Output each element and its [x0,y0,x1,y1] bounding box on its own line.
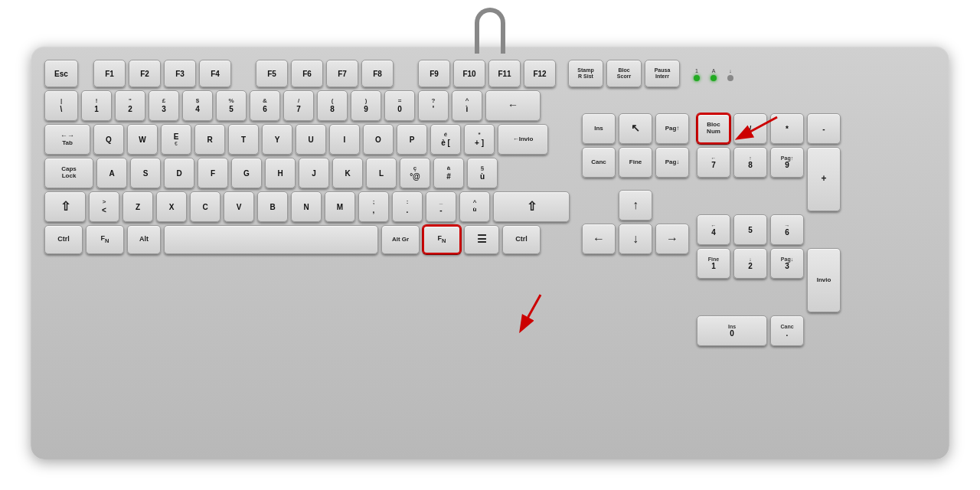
key-backspace[interactable]: ← [485,90,541,121]
key-insert[interactable]: Ins [582,113,616,144]
key-np-6[interactable]: →6 [770,214,804,245]
key-alt-left[interactable]: Alt [127,225,161,254]
key-fn-right[interactable]: FN [423,225,461,254]
key-end[interactable]: Fine [619,147,652,178]
key-caret[interactable]: ^ì [452,90,482,121]
key-fn-left[interactable]: FN [86,225,124,254]
key-q[interactable]: Q [93,124,124,155]
key-esc[interactable]: Esc [44,60,78,87]
key-np-0[interactable]: Ins0 [697,315,767,346]
key-period[interactable]: :. [392,191,423,222]
key-a[interactable]: A [96,158,127,188]
key-j[interactable]: J [299,158,329,188]
key-c[interactable]: C [190,191,220,222]
key-w[interactable]: W [127,124,158,155]
key-np-1[interactable]: Fine1 [697,248,730,279]
key-arrow-up[interactable]: ↑ [619,190,652,220]
key-arrow-left[interactable]: ← [582,224,616,254]
key-0[interactable]: =0 [384,90,415,121]
key-v[interactable]: V [224,191,254,222]
key-section[interactable]: §ù [467,158,498,188]
key-space[interactable] [164,225,378,254]
key-f8[interactable]: F8 [361,60,394,87]
key-g[interactable]: G [231,158,262,188]
key-1[interactable]: !1 [81,90,112,121]
key-np-3[interactable]: Pag↓3 [770,248,804,279]
key-comma[interactable]: ;, [358,191,389,222]
key-f3[interactable]: F3 [164,60,196,87]
key-y[interactable]: Y [262,124,292,155]
key-np-2[interactable]: ↓2 [733,248,767,279]
key-n[interactable]: N [291,191,322,222]
key-d[interactable]: D [164,158,194,188]
key-home[interactable]: ↖ [619,113,652,144]
key-3[interactable]: £3 [149,90,179,121]
key-arrow-right[interactable]: → [655,224,689,254]
key-f11[interactable]: F11 [488,60,521,87]
key-t[interactable]: T [228,124,259,155]
key-ctrl-right[interactable]: Ctrl [502,225,541,254]
key-np-enter[interactable]: Invio [807,248,841,312]
key-s[interactable]: S [130,158,161,188]
key-f7[interactable]: F7 [326,60,358,87]
key-f2[interactable]: F2 [129,60,161,87]
key-np-4[interactable]: ←4 [697,214,730,245]
key-4[interactable]: $4 [182,90,213,121]
key-f4[interactable]: F4 [199,60,231,87]
key-caps-lock[interactable]: CapsLock [44,158,93,188]
key-6[interactable]: &6 [250,90,280,121]
key-bracket-close[interactable]: *+ ] [464,124,495,155]
key-b[interactable]: B [257,191,288,222]
key-z[interactable]: Z [122,191,153,222]
key-np-9[interactable]: Pag↑9 [770,147,804,178]
key-8[interactable]: (8 [317,90,348,121]
key-np-subtract[interactable]: - [807,113,841,144]
key-2[interactable]: "2 [115,90,145,121]
key-stamp[interactable]: StampR Sist [568,60,603,87]
key-arrow-down[interactable]: ↓ [619,224,652,254]
key-f[interactable]: F [198,158,228,188]
key-h[interactable]: H [265,158,296,188]
key-u[interactable]: U [296,124,326,155]
key-angle[interactable]: >< [89,191,119,222]
key-bracket-open[interactable]: éè [ [430,124,461,155]
key-pausa[interactable]: PausaInterr [645,60,680,87]
key-p[interactable]: P [397,124,427,155]
key-enter[interactable]: ←Invio [498,124,548,155]
key-l[interactable]: L [366,158,397,188]
key-k[interactable]: K [332,158,363,188]
key-shift-left[interactable]: ⇧ [44,191,86,222]
key-f5[interactable]: F5 [256,60,288,87]
key-pagedown[interactable]: Pag↓ [655,147,689,178]
key-9[interactable]: )9 [351,90,381,121]
key-np-7[interactable]: ←7 [697,147,730,178]
key-x[interactable]: X [156,191,187,222]
key-shift-right[interactable]: ⇧ [493,191,570,222]
key-o[interactable]: O [363,124,394,155]
key-e[interactable]: E€ [161,124,191,155]
key-minus[interactable]: _- [426,191,456,222]
key-menu[interactable]: ☰ [464,225,499,254]
key-altgr[interactable]: Alt Gr [381,225,420,254]
key-caret-shift[interactable]: ^ù [459,191,490,222]
key-5[interactable]: %5 [216,90,247,121]
key-m[interactable]: M [325,191,355,222]
key-r[interactable]: R [194,124,225,155]
key-f1[interactable]: F1 [93,60,126,87]
key-delete[interactable]: Canc [582,147,616,178]
key-7[interactable]: /7 [283,90,314,121]
key-backslash[interactable]: |\ [44,90,78,121]
key-f6[interactable]: F6 [291,60,323,87]
key-c-cedilla[interactable]: ç°@ [400,158,430,188]
key-apostrophe[interactable]: ?' [418,90,449,121]
key-tab[interactable]: ←→Tab [44,124,90,155]
key-np-8[interactable]: ↑8 [733,147,767,178]
key-f9[interactable]: F9 [418,60,450,87]
key-ctrl-left[interactable]: Ctrl [44,225,83,254]
key-np-add[interactable]: + [807,147,841,211]
key-f10[interactable]: F10 [453,60,485,87]
key-a-grave[interactable]: à# [433,158,464,188]
key-i[interactable]: I [329,124,360,155]
key-f12[interactable]: F12 [524,60,556,87]
key-bloc-scorr[interactable]: BlocScorr [606,60,642,87]
